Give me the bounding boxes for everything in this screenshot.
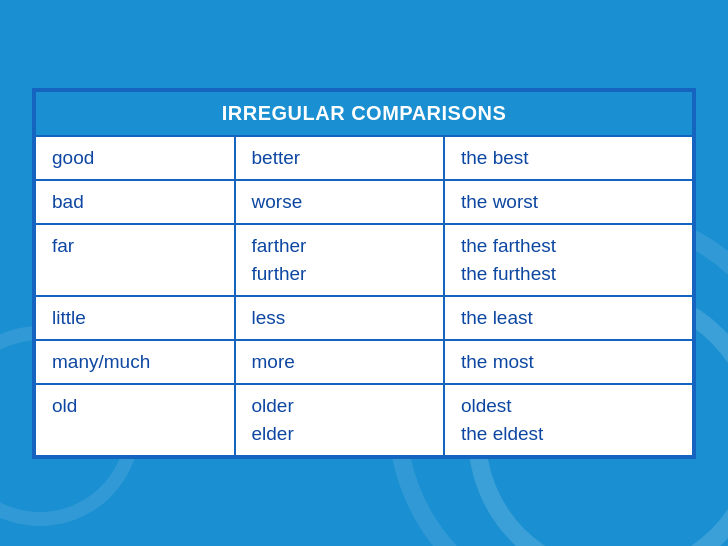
row-0-comparative: better [235, 136, 444, 180]
row-1-superlative: the worst [444, 180, 693, 224]
row-4-base: many/much [35, 340, 235, 384]
row-2-superlative: the farthestthe furthest [444, 224, 693, 296]
row-2-comparative: fartherfurther [235, 224, 444, 296]
comparison-table-wrapper: IRREGULAR COMPARISONS goodbetterthe best… [32, 88, 696, 459]
row-5-comparative: olderelder [235, 384, 444, 456]
cell-text: farther [252, 235, 427, 257]
row-4-comparative: more [235, 340, 444, 384]
row-2-base: far [35, 224, 235, 296]
row-5-base: old [35, 384, 235, 456]
row-4-superlative: the most [444, 340, 693, 384]
row-3-comparative: less [235, 296, 444, 340]
row-1-base: bad [35, 180, 235, 224]
row-0-superlative: the best [444, 136, 693, 180]
irregular-comparisons-table: IRREGULAR COMPARISONS goodbetterthe best… [34, 90, 694, 457]
row-3-superlative: the least [444, 296, 693, 340]
row-0-base: good [35, 136, 235, 180]
row-1-comparative: worse [235, 180, 444, 224]
cell-text: elder [252, 423, 427, 445]
cell-text: further [252, 263, 427, 285]
table-title: IRREGULAR COMPARISONS [35, 91, 693, 136]
row-5-superlative: oldestthe eldest [444, 384, 693, 456]
cell-text: the furthest [461, 263, 676, 285]
cell-text: oldest [461, 395, 676, 417]
row-3-base: little [35, 296, 235, 340]
cell-text: the farthest [461, 235, 676, 257]
cell-text: the eldest [461, 423, 676, 445]
cell-text: older [252, 395, 427, 417]
